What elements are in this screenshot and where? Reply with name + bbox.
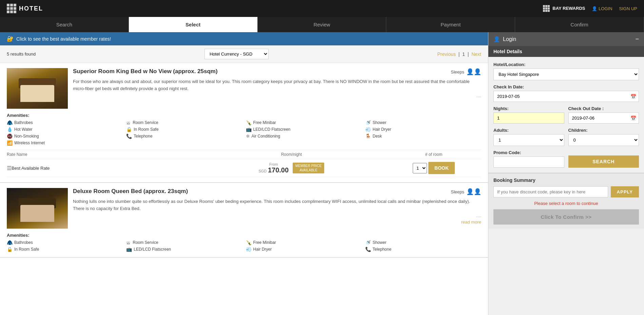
lcd-flatscreen-icon: 📺 (246, 127, 252, 132)
bay-rewards-logo: BAY REWARDS (543, 5, 585, 12)
amenity-in-room-safe-label: In Room Safe (134, 127, 158, 132)
booking-summary-title: Booking Summary (493, 177, 639, 183)
amenity-2-bathrobes: 🧥 Bathrobes (7, 240, 123, 245)
wireless-internet-icon: 📶 (7, 140, 13, 146)
checkout-col: Check Out Date : 📅 (568, 106, 639, 124)
promo-label: Promo Code: (493, 150, 564, 155)
room-1-title-row: Superior Room King Bed w No View (approx… (73, 68, 481, 76)
lcd-2-icon: 📺 (126, 247, 132, 252)
discount-input[interactable] (493, 186, 608, 197)
bathrobes-icon: 🧥 (7, 120, 13, 125)
confirm-button[interactable]: Click To Confirm >> (493, 209, 639, 225)
member-banner[interactable]: 🔐 Click to see the best available member… (0, 32, 488, 45)
hotel-details-header: Hotel Details (488, 46, 644, 57)
rate-rooms-col-1: 123 BOOK (386, 162, 481, 174)
tab-confirm[interactable]: Confirm (515, 17, 644, 32)
rate-list-icon: ☰ (7, 165, 12, 171)
amenity-room-service: 🛎 Room Service (126, 120, 242, 125)
adults-select[interactable]: 1234 (493, 134, 564, 146)
logo-grid-icon (7, 4, 16, 13)
tab-search[interactable]: Search (0, 17, 129, 32)
checkout-calendar-icon: 📅 (630, 115, 636, 121)
header: HOTEL BAY REWARDS LOGIN SIGN UP (0, 0, 644, 17)
room-2-sleeps: Sleeps 👤👤 (451, 188, 481, 195)
rate-price-col-1: From SGD 170.00 MEMBER PRICE AVAILABLE (197, 162, 387, 174)
from-text-1: From (258, 162, 289, 166)
search-btn-col: SEARCH (568, 155, 639, 168)
main-layout: 🔐 Click to see the best available member… (0, 32, 644, 315)
children-select[interactable]: 0123 (568, 134, 639, 146)
in-room-safe-2-icon: 🔒 (7, 247, 13, 252)
left-content: 🔐 Click to see the best available member… (0, 32, 488, 315)
nights-label: Nights: (493, 106, 564, 111)
signup-button[interactable]: SIGN UP (619, 6, 637, 11)
amenity-shower-label: Shower (373, 120, 387, 125)
checkin-calendar-icon: 📅 (630, 94, 636, 99)
next-page[interactable]: Next (471, 51, 481, 57)
desk-icon: 🪑 (365, 133, 371, 139)
checkout-label: Check Out Date : (568, 106, 639, 111)
book-button-1[interactable]: BOOK (428, 162, 455, 174)
amenity-hair-dryer-label: Hair Dryer (373, 127, 391, 132)
search-button[interactable]: SEARCH (568, 155, 639, 168)
room-2-title-row: Deluxe Room Queen Bed (approx. 23sqm) Sl… (73, 188, 481, 195)
free-minibar-icon: 🍾 (246, 120, 252, 125)
free-minibar-2-icon: 🍾 (246, 240, 252, 245)
discount-row: APPLY (493, 186, 639, 197)
room-2-desc: Nothing lulls one into slumber quite so … (73, 198, 481, 212)
room-2-amenities: Amenities: 🧥 Bathrobes 🛎 Room Service 🍾 … (7, 233, 481, 252)
amenity-hot-water: 💧 Hot Water (7, 127, 123, 132)
amenity-2-room-service: 🛎 Room Service (126, 240, 242, 245)
amenity-desk: 🪑 Desk (365, 133, 481, 139)
amenity-shower: 🚿 Shower (365, 120, 481, 125)
lock-icon: 🔐 (7, 36, 14, 42)
booking-summary-section: Booking Summary APPLY Please select a ro… (488, 173, 644, 229)
children-label: Children: (568, 128, 639, 133)
room-2-image (7, 188, 68, 229)
adults-label: Adults: (493, 128, 564, 133)
room-1-desc: For those who are always out and about, … (73, 78, 481, 92)
room-1-info: Superior Room King Bed w No View (approx… (73, 68, 481, 109)
amenity-bathrobes: 🧥 Bathrobes (7, 120, 123, 125)
amenity-telephone-label: Telephone (134, 134, 152, 139)
amenity-room-service-label: Room Service (133, 120, 158, 125)
amenity-free-minibar: 🍾 Free Minibar (246, 120, 362, 125)
amenity-in-room-safe: 🔒 In Room Safe (126, 127, 242, 132)
promo-input[interactable] (493, 156, 564, 168)
room-1-title: Superior Room King Bed w No View (approx… (73, 68, 218, 75)
tab-payment[interactable]: Payment (386, 17, 515, 32)
tab-select[interactable]: Select (129, 17, 258, 32)
amenity-2-free-minibar: 🍾 Free Minibar (246, 240, 362, 245)
amenity-bathrobes-label: Bathrobes (14, 120, 33, 125)
hotel-details-title: Hotel Details (493, 49, 522, 54)
room-1-amenities: Amenities: 🧥 Bathrobes 🛎 Room Service 🍾 … (7, 113, 481, 146)
currency-select[interactable]: Hotel Currency - SGD USD EUR (204, 49, 269, 59)
price-value-1: 170.00 (268, 166, 289, 174)
bay-rewards-text: BAY REWARDS (552, 6, 585, 11)
rate-header-1: Rate Name Room/night # of room (7, 150, 481, 159)
checkout-input[interactable] (568, 112, 639, 124)
telephone-icon: 📞 (126, 133, 132, 139)
apply-button[interactable]: APPLY (611, 186, 639, 197)
amenity-wireless-internet-label: Wireless Internet (14, 141, 45, 145)
amenity-2-in-room-safe: 🔒 In Room Safe (7, 247, 123, 252)
hotel-logo-text: HOTEL (19, 5, 43, 12)
room-count-select-1[interactable]: 123 (413, 163, 427, 173)
read-more-2[interactable]: read more (461, 219, 481, 225)
checkin-group: Check In Date: 📅 (493, 84, 639, 102)
shower-2-icon: 🚿 (365, 240, 371, 245)
nights-input[interactable] (493, 112, 564, 124)
room-1-sleeps: Sleeps 👤👤 (451, 68, 481, 76)
login-button[interactable]: LOGIN (592, 6, 612, 11)
tab-review[interactable]: Review (258, 17, 387, 32)
minimize-button[interactable]: − (635, 36, 639, 43)
rate-name-1: Best Available Rate (12, 166, 50, 171)
children-col: Children: 0123 (568, 128, 639, 146)
checkin-input[interactable] (493, 91, 639, 102)
prev-page[interactable]: Previous (437, 51, 456, 57)
amenities-grid-2: 🧥 Bathrobes 🛎 Room Service 🍾 Free Miniba… (7, 240, 481, 252)
adults-children-row: Adults: 1234 Children: 0123 (493, 128, 639, 146)
right-sidebar: 👤 Login − Hotel Details Hotel/Location: … (488, 32, 644, 315)
hotel-location-select[interactable]: Bay Hotel Singapore (493, 68, 639, 80)
amenities-label-2: Amenities: (7, 233, 481, 238)
